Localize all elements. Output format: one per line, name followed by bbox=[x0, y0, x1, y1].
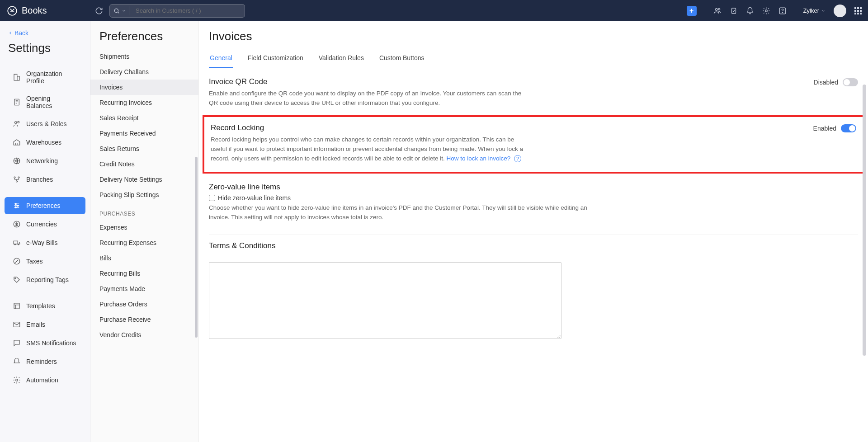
pref-item-delivery-challans[interactable]: Delivery Challans bbox=[90, 64, 198, 80]
preferences-title: Preferences bbox=[90, 21, 198, 49]
tab-general[interactable]: General bbox=[209, 50, 233, 68]
svg-point-11 bbox=[15, 122, 17, 124]
avatar[interactable] bbox=[834, 5, 846, 17]
pref-item-packing-slip-settings[interactable]: Packing Slip Settings bbox=[90, 187, 198, 202]
svg-point-12 bbox=[18, 121, 19, 123]
nav-item-warehouses[interactable]: Warehouses bbox=[5, 134, 85, 151]
zero-desc: Choose whether you want to hide zero-val… bbox=[209, 203, 593, 222]
pref-item-sales-receipt[interactable]: Sales Receipt bbox=[90, 110, 198, 126]
nav-label: e-Way Bills bbox=[26, 239, 58, 246]
divider bbox=[129, 6, 129, 15]
pref-item-credit-notes[interactable]: Credit Notes bbox=[90, 156, 198, 172]
org-name: Zylker bbox=[803, 7, 819, 14]
pref-item-shipments[interactable]: Shipments bbox=[90, 49, 198, 64]
nav-item-organization-profile[interactable]: Organization Profile bbox=[5, 66, 85, 89]
tab-validation-rules[interactable]: Validation Rules bbox=[318, 50, 365, 68]
terms-textarea[interactable] bbox=[209, 262, 561, 339]
nav-item-sms-notifications[interactable]: SMS Notifications bbox=[5, 334, 85, 352]
pref-item-bills[interactable]: Bills bbox=[90, 250, 198, 266]
zero-checkbox-row[interactable]: Hide zero-value line items bbox=[209, 194, 858, 202]
lock-state-label: Enabled bbox=[813, 125, 836, 132]
pref-item-invoices[interactable]: Invoices bbox=[90, 80, 198, 95]
qr-heading: Invoice QR Code bbox=[209, 77, 525, 86]
nav-item-emails[interactable]: Emails bbox=[5, 316, 85, 333]
svg-point-2 bbox=[715, 8, 717, 10]
clipboard-icon[interactable] bbox=[730, 7, 738, 15]
pref-item-recurring-bills[interactable]: Recurring Bills bbox=[90, 266, 198, 281]
nav-item-taxes[interactable]: Taxes bbox=[5, 253, 85, 270]
nav-item-reminders[interactable]: Reminders bbox=[5, 353, 85, 370]
lock-help-link[interactable]: How to lock an invoice? bbox=[447, 155, 511, 162]
lock-heading: Record Locking bbox=[211, 123, 527, 132]
svg-point-3 bbox=[718, 8, 720, 10]
svg-point-16 bbox=[18, 177, 19, 178]
pref-item-purchase-receive[interactable]: Purchase Receive bbox=[90, 312, 198, 327]
section-zero-value: Zero-value line items Hide zero-value li… bbox=[199, 174, 868, 225]
quick-add-button[interactable]: + bbox=[687, 6, 697, 16]
qr-toggle[interactable] bbox=[843, 78, 858, 86]
tab-custom-buttons[interactable]: Custom Buttons bbox=[378, 50, 425, 68]
purchases-header: PURCHASES bbox=[90, 202, 198, 220]
settings-title: Settings bbox=[0, 38, 90, 64]
chevron-down-icon bbox=[821, 9, 826, 13]
nav-item-networking[interactable]: Networking bbox=[5, 152, 85, 169]
help-circle-icon[interactable]: ? bbox=[514, 155, 521, 162]
nav-item-opening-balances[interactable]: Opening Balances bbox=[5, 90, 85, 114]
bell-icon[interactable] bbox=[746, 7, 754, 15]
scrollbar[interactable] bbox=[195, 157, 198, 338]
nav-item-templates[interactable]: Templates bbox=[5, 297, 85, 315]
refresh-icon[interactable] bbox=[95, 7, 103, 15]
svg-point-17 bbox=[16, 181, 18, 182]
topbar-right: + Zylker bbox=[687, 5, 862, 17]
svg-rect-8 bbox=[14, 74, 17, 80]
pref-item-payments-received[interactable]: Payments Received bbox=[90, 126, 198, 141]
pref-item-purchase-orders[interactable]: Purchase Orders bbox=[90, 296, 198, 312]
apps-grid-icon[interactable] bbox=[854, 7, 862, 14]
nav-label: Emails bbox=[26, 321, 45, 328]
pref-item-delivery-note-settings[interactable]: Delivery Note Settings bbox=[90, 172, 198, 187]
scrollbar[interactable] bbox=[863, 85, 866, 356]
nav-label: Currencies bbox=[26, 221, 57, 228]
search-input[interactable] bbox=[136, 7, 241, 14]
nav-label: SMS Notifications bbox=[26, 339, 76, 347]
pref-item-payments-made[interactable]: Payments Made bbox=[90, 281, 198, 296]
pref-item-sales-returns[interactable]: Sales Returns bbox=[90, 141, 198, 156]
gear-icon[interactable] bbox=[762, 7, 770, 15]
main-content: Invoices GeneralField CustomizationValid… bbox=[199, 21, 868, 442]
nav-item-reporting-tags[interactable]: Reporting Tags bbox=[5, 271, 85, 288]
pref-item-recurring-invoices[interactable]: Recurring Invoices bbox=[90, 95, 198, 110]
pref-item-recurring-expenses[interactable]: Recurring Expenses bbox=[90, 235, 198, 250]
svg-point-26 bbox=[15, 278, 16, 279]
nav-label: Preferences bbox=[26, 202, 60, 209]
org-switcher[interactable]: Zylker bbox=[803, 7, 826, 14]
nav-label: Users & Roles bbox=[26, 120, 66, 127]
tab-field-customization[interactable]: Field Customization bbox=[247, 50, 304, 68]
nav-item-currencies[interactable]: Currencies bbox=[5, 216, 85, 233]
qr-state-label: Disabled bbox=[814, 79, 838, 86]
nav-item-preferences[interactable]: Preferences bbox=[5, 197, 85, 214]
books-icon bbox=[6, 5, 18, 17]
nav-item-branches[interactable]: Branches bbox=[5, 171, 85, 188]
lock-desc: Record locking helps you control who can… bbox=[211, 135, 527, 164]
nav-item-automation[interactable]: Automation bbox=[5, 371, 85, 389]
section-terms: Terms & Conditions bbox=[199, 235, 868, 256]
divider bbox=[795, 6, 795, 16]
svg-point-19 bbox=[17, 205, 19, 207]
search-box[interactable] bbox=[109, 4, 245, 18]
nav-label: Automation bbox=[26, 376, 58, 384]
help-icon[interactable] bbox=[778, 7, 787, 15]
app-logo[interactable]: Books bbox=[6, 5, 90, 17]
nav-item-users-roles[interactable]: Users & Roles bbox=[5, 115, 85, 132]
nav-label: Organization Profile bbox=[26, 70, 77, 85]
pref-item-expenses[interactable]: Expenses bbox=[90, 220, 198, 235]
pref-item-vendor-credits[interactable]: Vendor Credits bbox=[90, 327, 198, 343]
back-link[interactable]: Back bbox=[0, 27, 90, 38]
lock-toggle[interactable] bbox=[841, 124, 856, 132]
zero-checkbox[interactable] bbox=[209, 195, 215, 201]
nav-item-e-way-bills[interactable]: e-Way Bills bbox=[5, 234, 85, 251]
divider bbox=[705, 6, 705, 16]
chevron-down-icon[interactable] bbox=[122, 9, 126, 13]
nav-label: Opening Balances bbox=[26, 95, 77, 109]
preferences-sidebar: Preferences ShipmentsDelivery ChallansIn… bbox=[90, 21, 199, 442]
users-icon[interactable] bbox=[713, 7, 722, 15]
